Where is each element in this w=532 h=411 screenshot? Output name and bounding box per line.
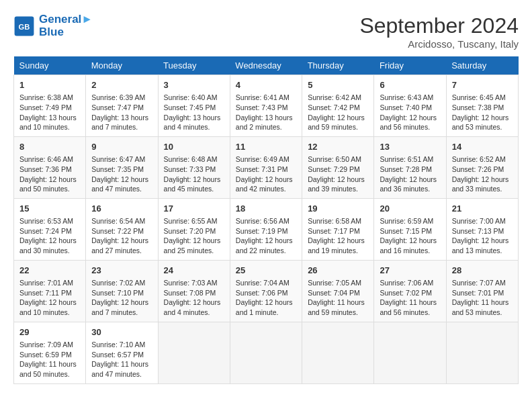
day-number: 11 [236,141,296,153]
day-cell: 9Sunrise: 6:47 AMSunset: 7:35 PMDaylight… [86,136,158,198]
day-cell [230,322,302,383]
month-title: September 2024 [359,13,519,38]
day-info: Sunrise: 6:56 AMSunset: 7:19 PMDaylight:… [236,216,296,256]
day-cell: 4Sunrise: 6:41 AMSunset: 7:43 PMDaylight… [230,75,302,137]
week-row-2: 8Sunrise: 6:46 AMSunset: 7:36 PMDaylight… [14,136,519,198]
day-number: 18 [236,203,296,215]
day-number: 26 [308,265,368,277]
calendar-body: 1Sunrise: 6:38 AMSunset: 7:49 PMDaylight… [14,75,519,384]
day-info: Sunrise: 7:10 AMSunset: 6:57 PMDaylight:… [91,340,152,379]
day-number: 8 [19,141,80,153]
day-number: 3 [164,79,224,91]
day-cell: 18Sunrise: 6:56 AMSunset: 7:19 PMDayligh… [230,198,302,260]
day-number: 12 [308,141,368,153]
day-info: Sunrise: 6:45 AMSunset: 7:38 PMDaylight:… [452,93,513,132]
day-cell: 19Sunrise: 6:58 AMSunset: 7:17 PMDayligh… [302,198,374,260]
day-info: Sunrise: 7:02 AMSunset: 7:10 PMDaylight:… [91,278,152,318]
day-cell: 7Sunrise: 6:45 AMSunset: 7:38 PMDaylight… [446,75,518,137]
day-cell: 22Sunrise: 7:01 AMSunset: 7:11 PMDayligh… [14,260,86,322]
page-header: GB General► Blue September 2024 Arcidoss… [13,13,519,50]
day-info: Sunrise: 6:54 AMSunset: 7:22 PMDaylight:… [91,216,152,256]
day-cell [374,322,446,383]
day-number: 22 [19,265,80,277]
day-cell: 5Sunrise: 6:42 AMSunset: 7:42 PMDaylight… [302,75,374,137]
day-info: Sunrise: 6:46 AMSunset: 7:36 PMDaylight:… [19,154,80,194]
day-number: 1 [19,79,80,91]
day-cell: 21Sunrise: 7:00 AMSunset: 7:13 PMDayligh… [446,198,518,260]
day-cell: 25Sunrise: 7:04 AMSunset: 7:06 PMDayligh… [230,260,302,322]
day-info: Sunrise: 6:41 AMSunset: 7:43 PMDaylight:… [236,93,296,132]
location-subtitle: Arcidosso, Tuscany, Italy [359,38,519,50]
day-cell: 13Sunrise: 6:51 AMSunset: 7:28 PMDayligh… [374,136,446,198]
day-cell: 14Sunrise: 6:52 AMSunset: 7:26 PMDayligh… [446,136,518,198]
header-saturday: Saturday [446,56,518,75]
day-info: Sunrise: 7:00 AMSunset: 7:13 PMDaylight:… [452,216,513,256]
day-number: 5 [308,79,368,91]
day-info: Sunrise: 6:38 AMSunset: 7:49 PMDaylight:… [19,93,80,132]
day-info: Sunrise: 6:50 AMSunset: 7:29 PMDaylight:… [308,154,368,194]
week-row-1: 1Sunrise: 6:38 AMSunset: 7:49 PMDaylight… [14,75,519,137]
day-number: 17 [164,203,224,215]
day-number: 20 [380,203,440,215]
week-row-3: 15Sunrise: 6:53 AMSunset: 7:24 PMDayligh… [14,198,519,260]
day-number: 14 [452,141,513,153]
day-cell [302,322,374,383]
logo-icon: GB [13,15,35,37]
day-number: 19 [308,203,368,215]
day-info: Sunrise: 7:07 AMSunset: 7:01 PMDaylight:… [452,278,513,318]
day-info: Sunrise: 7:01 AMSunset: 7:11 PMDaylight:… [19,278,80,318]
header-wednesday: Wednesday [230,56,302,75]
day-cell: 12Sunrise: 6:50 AMSunset: 7:29 PMDayligh… [302,136,374,198]
day-number: 27 [380,265,440,277]
day-cell: 6Sunrise: 6:43 AMSunset: 7:40 PMDaylight… [374,75,446,137]
logo-icon-triangle: ► [81,13,93,26]
day-cell: 26Sunrise: 7:05 AMSunset: 7:04 PMDayligh… [302,260,374,322]
day-number: 23 [91,265,152,277]
day-number: 25 [236,265,296,277]
header-sunday: Sunday [14,56,86,75]
day-info: Sunrise: 7:04 AMSunset: 7:06 PMDaylight:… [236,278,296,318]
day-cell: 3Sunrise: 6:40 AMSunset: 7:45 PMDaylight… [158,75,230,137]
day-number: 24 [164,265,224,277]
day-info: Sunrise: 6:52 AMSunset: 7:26 PMDaylight:… [452,154,513,194]
day-number: 7 [452,79,513,91]
day-cell: 23Sunrise: 7:02 AMSunset: 7:10 PMDayligh… [86,260,158,322]
day-cell [446,322,518,383]
day-cell: 10Sunrise: 6:48 AMSunset: 7:33 PMDayligh… [158,136,230,198]
day-info: Sunrise: 7:05 AMSunset: 7:04 PMDaylight:… [308,278,368,318]
header-friday: Friday [374,56,446,75]
week-row-5: 29Sunrise: 7:09 AMSunset: 6:59 PMDayligh… [14,322,519,383]
day-cell: 30Sunrise: 7:10 AMSunset: 6:57 PMDayligh… [86,322,158,383]
day-number: 30 [91,326,152,338]
logo-line1: General [39,13,81,26]
svg-text:GB: GB [19,22,30,30]
day-info: Sunrise: 6:48 AMSunset: 7:33 PMDaylight:… [164,154,224,194]
day-cell: 20Sunrise: 6:59 AMSunset: 7:15 PMDayligh… [374,198,446,260]
header-monday: Monday [86,56,158,75]
calendar-table: SundayMondayTuesdayWednesdayThursdayFrid… [13,56,519,384]
day-info: Sunrise: 7:03 AMSunset: 7:08 PMDaylight:… [164,278,224,318]
day-number: 16 [91,203,152,215]
day-number: 9 [91,141,152,153]
day-number: 2 [91,79,152,91]
header-row: SundayMondayTuesdayWednesdayThursdayFrid… [14,56,519,75]
day-info: Sunrise: 6:59 AMSunset: 7:15 PMDaylight:… [380,216,440,256]
day-cell: 11Sunrise: 6:49 AMSunset: 7:31 PMDayligh… [230,136,302,198]
day-number: 13 [380,141,440,153]
day-number: 28 [452,265,513,277]
day-number: 4 [236,79,296,91]
day-info: Sunrise: 6:40 AMSunset: 7:45 PMDaylight:… [164,93,224,132]
day-cell: 24Sunrise: 7:03 AMSunset: 7:08 PMDayligh… [158,260,230,322]
day-info: Sunrise: 6:55 AMSunset: 7:20 PMDaylight:… [164,216,224,256]
day-cell: 15Sunrise: 6:53 AMSunset: 7:24 PMDayligh… [14,198,86,260]
day-info: Sunrise: 6:47 AMSunset: 7:35 PMDaylight:… [91,154,152,194]
day-cell: 17Sunrise: 6:55 AMSunset: 7:20 PMDayligh… [158,198,230,260]
day-number: 21 [452,203,513,215]
header-thursday: Thursday [302,56,374,75]
day-info: Sunrise: 6:39 AMSunset: 7:47 PMDaylight:… [91,93,152,132]
header-tuesday: Tuesday [158,56,230,75]
calendar-header: SundayMondayTuesdayWednesdayThursdayFrid… [14,56,519,75]
day-info: Sunrise: 6:49 AMSunset: 7:31 PMDaylight:… [236,154,296,194]
day-number: 29 [19,326,80,338]
day-number: 10 [164,141,224,153]
